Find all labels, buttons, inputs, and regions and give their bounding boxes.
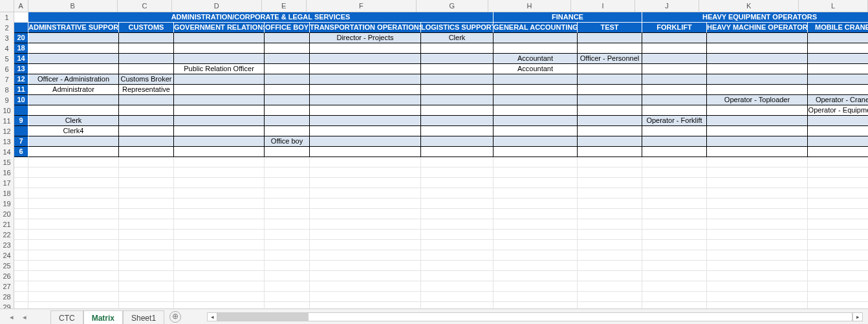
cell-D[interactable]	[174, 199, 265, 209]
cell-H[interactable]	[494, 178, 578, 188]
cell-K[interactable]	[707, 116, 808, 126]
cell-J[interactable]	[642, 74, 707, 85]
cell-K[interactable]	[707, 281, 808, 292]
cell-J[interactable]	[642, 147, 707, 157]
row-header[interactable]: 12	[0, 126, 14, 136]
row-header[interactable]: 24	[0, 250, 14, 261]
cell-D[interactable]	[174, 54, 265, 64]
row-header-2[interactable]: 2	[0, 23, 14, 33]
cell-C[interactable]	[119, 230, 174, 240]
cell-C[interactable]	[119, 209, 174, 219]
cell-G[interactable]	[421, 261, 494, 271]
cell-D[interactable]: Public Relation Officer	[174, 64, 265, 74]
cell-D[interactable]	[174, 188, 265, 199]
cell-H[interactable]	[494, 271, 578, 281]
cell-B[interactable]	[28, 230, 119, 240]
cell-K[interactable]	[707, 261, 808, 271]
cell-C[interactable]	[119, 126, 174, 136]
cell-E[interactable]	[265, 271, 310, 281]
cell-E[interactable]	[265, 199, 310, 209]
cell-F[interactable]	[310, 157, 421, 167]
cell-G[interactable]	[421, 147, 494, 157]
cell-K[interactable]	[707, 250, 808, 261]
cell-K[interactable]	[707, 271, 808, 281]
cell-I[interactable]	[578, 147, 642, 157]
cell-J[interactable]	[642, 271, 707, 281]
scroll-left-icon[interactable]: ◂	[207, 312, 217, 321]
cell-J[interactable]	[642, 95, 707, 105]
cell-A[interactable]: 10	[14, 95, 28, 105]
row-header[interactable]: 22	[0, 230, 14, 240]
cell-I[interactable]	[578, 292, 642, 302]
cell-J[interactable]	[642, 219, 707, 230]
cell-J[interactable]	[642, 209, 707, 219]
cell-G[interactable]	[421, 157, 494, 167]
cell-E[interactable]	[265, 230, 310, 240]
cell-K[interactable]	[707, 209, 808, 219]
cell-J[interactable]	[642, 240, 707, 250]
cell-F[interactable]	[310, 105, 421, 116]
cell-I[interactable]	[578, 105, 642, 116]
cell-B[interactable]	[28, 261, 119, 271]
cell-D[interactable]	[174, 219, 265, 230]
cell-L[interactable]	[808, 199, 868, 209]
cell-D[interactable]	[174, 33, 265, 43]
cell-I[interactable]	[578, 261, 642, 271]
cell-D[interactable]	[174, 230, 265, 240]
nav-first-icon[interactable]: ◂	[5, 310, 18, 323]
sub-K[interactable]: HEAVY MACHINE OPERATORS	[707, 23, 808, 33]
cell-I[interactable]	[578, 199, 642, 209]
cell-J[interactable]	[642, 281, 707, 292]
cell-K[interactable]	[707, 85, 808, 95]
cell-E[interactable]	[265, 240, 310, 250]
cell-B[interactable]	[28, 250, 119, 261]
row-header[interactable]: 13	[0, 136, 14, 147]
cell-G[interactable]	[421, 199, 494, 209]
sub-E[interactable]: OFFICE BOY	[265, 23, 310, 33]
cell-A[interactable]	[14, 199, 28, 209]
cell-D[interactable]	[174, 302, 265, 308]
cell-J[interactable]	[642, 136, 707, 147]
row-header[interactable]: 28	[0, 292, 14, 302]
cell-D[interactable]	[174, 271, 265, 281]
cell-L[interactable]	[808, 85, 868, 95]
cell-A[interactable]: 20	[14, 33, 28, 43]
row-header[interactable]: 4	[0, 43, 14, 54]
cell-B[interactable]	[28, 271, 119, 281]
cell-L[interactable]: Operator - Crane	[808, 95, 868, 105]
cell-H[interactable]	[494, 302, 578, 308]
cell-F[interactable]	[310, 250, 421, 261]
cell-H[interactable]	[494, 33, 578, 43]
cell-D[interactable]	[174, 157, 265, 167]
cell-F[interactable]	[310, 167, 421, 178]
cell-I[interactable]	[578, 74, 642, 85]
cell-K[interactable]	[707, 74, 808, 85]
col-header-D[interactable]: D	[172, 0, 261, 12]
cell-A[interactable]	[14, 261, 28, 271]
cell-I[interactable]	[578, 167, 642, 178]
cell-G[interactable]	[421, 209, 494, 219]
cell-J[interactable]	[642, 188, 707, 199]
cell-F[interactable]	[310, 116, 421, 126]
cell-G[interactable]	[421, 292, 494, 302]
cell-F[interactable]	[310, 240, 421, 250]
cell-B[interactable]	[28, 240, 119, 250]
cell-L[interactable]	[808, 157, 868, 167]
cell-D[interactable]	[174, 95, 265, 105]
cell-D[interactable]	[174, 167, 265, 178]
cell-J[interactable]	[642, 54, 707, 64]
cell-C[interactable]	[119, 105, 174, 116]
cell-G[interactable]	[421, 178, 494, 188]
cell-L[interactable]	[808, 33, 868, 43]
cell-D[interactable]	[174, 136, 265, 147]
cell-C[interactable]	[119, 64, 174, 74]
add-sheet-icon[interactable]: ⊕	[169, 311, 181, 323]
col-header-H[interactable]: H	[488, 0, 572, 12]
cell-K[interactable]: Operator - Toploader	[707, 95, 808, 105]
cell-A[interactable]: 13	[14, 64, 28, 74]
cell-A2[interactable]	[14, 23, 28, 33]
cell-F[interactable]	[310, 281, 421, 292]
sub-J[interactable]: FORKLIFT	[642, 23, 707, 33]
cell-C[interactable]	[119, 178, 174, 188]
cell-C[interactable]: Customs Broker	[119, 74, 174, 85]
